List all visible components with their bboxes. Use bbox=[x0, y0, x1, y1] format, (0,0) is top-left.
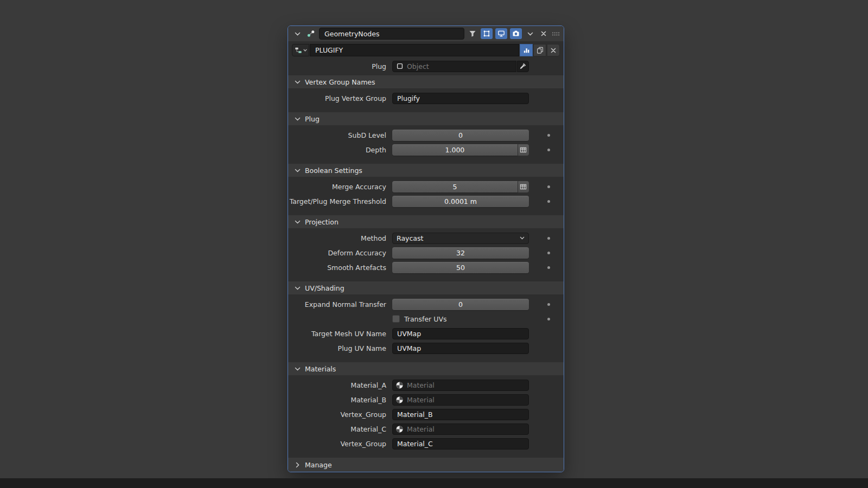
geometry-nodes-modifier-icon bbox=[305, 28, 316, 39]
modifier-name-input[interactable]: GeometryNodes bbox=[319, 28, 464, 40]
expand-chevron-icon[interactable] bbox=[292, 28, 303, 39]
node-tree-name-text: PLUGIFY bbox=[315, 46, 343, 54]
bar-graph-icon bbox=[523, 47, 530, 54]
deform-accuracy-row: Deform Accuracy 32 bbox=[288, 247, 564, 259]
material-placeholder: Material bbox=[407, 396, 435, 404]
plug-uv-row: Plug UV Name bbox=[288, 342, 564, 354]
decorator-dot[interactable] bbox=[547, 252, 550, 254]
field-label: Target/Plug Merge Threshold bbox=[288, 197, 392, 206]
section-uv-shading[interactable]: UV/Shading bbox=[288, 281, 564, 294]
drag-grip-icon[interactable] bbox=[552, 31, 560, 36]
chevron-right-icon bbox=[295, 462, 301, 468]
remove-modifier-close-icon[interactable] bbox=[538, 28, 549, 39]
chevron-down-icon bbox=[303, 49, 307, 52]
chevron-down-icon bbox=[520, 236, 525, 240]
expand-normal-row: Expand Normal Transfer 0 bbox=[288, 298, 564, 310]
method-row: Method Raycast bbox=[288, 232, 564, 244]
unlink-node-tree-button[interactable] bbox=[547, 44, 560, 56]
spreadsheet-icon bbox=[520, 183, 527, 190]
fake-user-toggle[interactable] bbox=[520, 44, 533, 56]
smooth-artefacts-row: Smooth Artefacts 50 bbox=[288, 261, 564, 273]
field-label: Material_C bbox=[288, 425, 392, 433]
material-placeholder: Material bbox=[407, 381, 435, 389]
subd-level-row: SubD Level 0 bbox=[288, 129, 564, 141]
material-b-row: Material_B Material bbox=[288, 394, 564, 406]
decorator-dot[interactable] bbox=[547, 318, 550, 320]
eyedropper-button[interactable] bbox=[517, 61, 529, 72]
edit-mode-toggle[interactable] bbox=[481, 28, 493, 39]
node-tree-icon bbox=[295, 47, 302, 54]
field-label: Material_A bbox=[288, 381, 392, 389]
decorator-dot[interactable] bbox=[547, 185, 550, 188]
material-icon bbox=[395, 425, 404, 433]
method-dropdown[interactable]: Raycast bbox=[392, 233, 529, 244]
filter-icon[interactable] bbox=[467, 28, 478, 39]
plug-vertex-group-input[interactable] bbox=[392, 93, 529, 104]
modifier-header: GeometryNodes bbox=[288, 26, 564, 41]
merge-threshold-value: 0.0001 m bbox=[444, 197, 477, 206]
plug-uv-input[interactable] bbox=[392, 343, 529, 354]
close-icon bbox=[550, 47, 557, 54]
merge-threshold-slider[interactable]: 0.0001 m bbox=[392, 196, 529, 207]
field-label: Deform Accuracy bbox=[288, 249, 392, 257]
material-a-field[interactable]: Material bbox=[392, 380, 529, 391]
vertex-group-c-input[interactable] bbox=[392, 438, 529, 450]
smooth-artefacts-slider[interactable]: 50 bbox=[392, 262, 529, 273]
expand-normal-value: 0 bbox=[458, 300, 463, 309]
material-c-field[interactable]: Material bbox=[392, 423, 529, 435]
decorator-dot[interactable] bbox=[547, 134, 550, 137]
decorator-dot[interactable] bbox=[547, 266, 550, 269]
subd-level-slider[interactable]: 0 bbox=[392, 130, 529, 141]
field-label: Method bbox=[288, 234, 392, 242]
section-label: Materials bbox=[305, 365, 336, 373]
geometry-nodes-modifier-panel: GeometryNodes bbox=[288, 25, 564, 472]
target-uv-row: Target Mesh UV Name bbox=[288, 328, 564, 339]
node-tree-name-input[interactable]: PLUGIFY bbox=[310, 44, 519, 56]
copy-icon bbox=[537, 47, 544, 54]
section-plug[interactable]: Plug bbox=[288, 112, 564, 125]
merge-accuracy-slider[interactable]: 5 bbox=[392, 181, 518, 192]
decorator-dot[interactable] bbox=[547, 200, 550, 203]
section-manage[interactable]: Manage bbox=[288, 458, 564, 472]
eyedropper-icon bbox=[519, 62, 527, 70]
decorator-dot[interactable] bbox=[547, 149, 550, 151]
realtime-display-toggle[interactable] bbox=[495, 28, 507, 39]
plug-object-row: Plug Object bbox=[288, 60, 564, 72]
input-attribute-toggle[interactable] bbox=[518, 181, 529, 192]
chevron-down-icon bbox=[295, 285, 301, 291]
chevron-down-icon bbox=[295, 219, 301, 225]
vertex-group-b-input[interactable] bbox=[392, 409, 529, 420]
input-attribute-toggle[interactable] bbox=[518, 144, 529, 156]
material-a-row: Material_A Material bbox=[288, 379, 564, 391]
section-label: Manage bbox=[305, 461, 332, 469]
section-vertex-group-names[interactable]: Vertex Group Names bbox=[288, 75, 564, 88]
lower-editor-strip bbox=[0, 478, 868, 488]
section-projection[interactable]: Projection bbox=[288, 215, 564, 228]
deform-accuracy-slider[interactable]: 32 bbox=[392, 247, 529, 259]
subd-level-value: 0 bbox=[458, 131, 463, 139]
decorator-dot[interactable] bbox=[547, 237, 550, 240]
plug-object-field[interactable]: Object bbox=[392, 61, 516, 72]
transfer-uvs-checkbox[interactable] bbox=[392, 315, 400, 323]
extras-menu-chevron-icon[interactable] bbox=[525, 28, 535, 39]
node-tree-selector: PLUGIFY bbox=[288, 41, 564, 57]
field-label: Smooth Artefacts bbox=[288, 264, 392, 272]
material-icon bbox=[395, 396, 404, 404]
material-b-field[interactable]: Material bbox=[392, 394, 529, 406]
node-tree-browse-button[interactable] bbox=[292, 44, 309, 56]
expand-normal-slider[interactable]: 0 bbox=[392, 299, 529, 310]
section-materials[interactable]: Materials bbox=[288, 362, 564, 375]
target-uv-input[interactable] bbox=[392, 328, 529, 339]
section-boolean-settings[interactable]: Boolean Settings bbox=[288, 164, 564, 177]
duplicate-node-tree-button[interactable] bbox=[533, 44, 546, 56]
render-toggle[interactable] bbox=[510, 28, 522, 39]
depth-slider[interactable]: 1.000 bbox=[392, 144, 518, 156]
transfer-uvs-label: Transfer UVs bbox=[404, 315, 446, 323]
chevron-down-icon bbox=[295, 79, 301, 85]
field-label: Merge Accuracy bbox=[288, 183, 392, 191]
vertex-group-b-row: Vertex_Group bbox=[288, 408, 564, 420]
material-c-row: Material_C Material bbox=[288, 423, 564, 435]
section-label: Projection bbox=[305, 218, 339, 226]
decorator-dot[interactable] bbox=[547, 303, 550, 306]
field-label: Expand Normal Transfer bbox=[288, 300, 392, 309]
